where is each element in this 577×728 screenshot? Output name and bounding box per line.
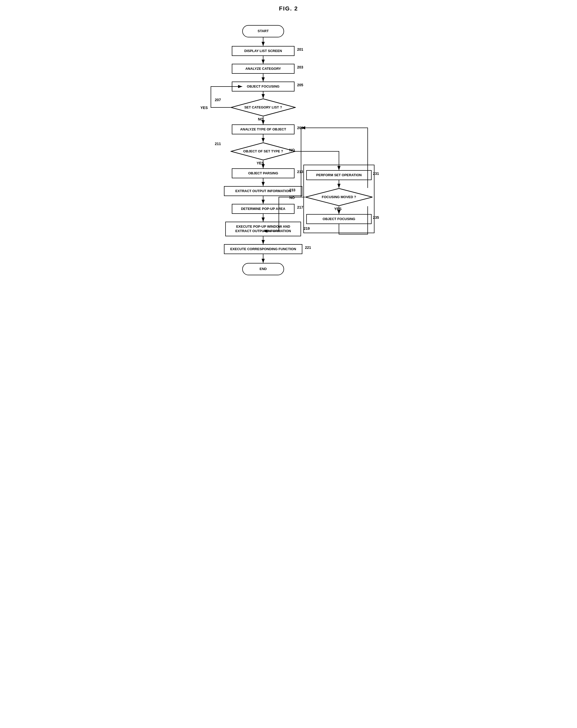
node-211: OBJECT OF SET TYPE ?	[231, 142, 296, 160]
ref-231: 231	[373, 172, 379, 176]
ref-235: 235	[373, 215, 379, 219]
node-233-label: FOCUSING MOVED ?	[322, 195, 356, 200]
yes-211: YES	[257, 161, 264, 165]
node-209-label: ANALYZE TYPE OF OBJECT	[240, 127, 286, 132]
start-label: START	[258, 29, 269, 33]
node-221-label: EXECUTE CORRESPONDING FUNCTION	[230, 247, 296, 252]
arrows-svg	[185, 20, 392, 302]
node-219-label: EXECUTE POP-UP WINDOW AND EXTRACT OUTPUT…	[235, 225, 291, 233]
ref-211: 211	[215, 142, 221, 146]
no-233: NO	[289, 196, 295, 200]
ref-205: 205	[297, 83, 303, 87]
ref-203: 203	[297, 65, 303, 69]
end-label: END	[260, 267, 266, 271]
node-233: FOCUSING MOVED ?	[305, 188, 373, 206]
node-217: DETERMINE POP-UP AREA	[232, 204, 294, 214]
node-203-label: ANALYZE CATEGORY	[245, 67, 281, 71]
no-207: NO	[258, 117, 263, 121]
flowchart: START DISPLAY LIST SCREEN 201 ANALYZE CA…	[185, 20, 392, 302]
ref-221: 221	[305, 245, 311, 250]
page: FIG. 2	[185, 5, 392, 302]
node-235-label: OBJECT FOCUSING	[323, 217, 356, 222]
node-207-label: SET CATEGORY LIST ?	[244, 105, 282, 110]
node-205: OBJECT FOCUSING	[232, 82, 294, 92]
node-219: EXECUTE POP-UP WINDOW AND EXTRACT OUTPUT…	[225, 222, 301, 236]
ref-233: 233	[289, 188, 295, 192]
node-211-label: OBJECT OF SET TYPE ?	[243, 149, 283, 154]
start-node: START	[242, 25, 284, 37]
node-207: SET CATEGORY LIST ?	[231, 98, 296, 116]
node-205-label: OBJECT FOCUSING	[247, 84, 280, 89]
node-209: ANALYZE TYPE OF OBJECT	[232, 124, 294, 134]
ref-217: 217	[297, 205, 303, 209]
node-201-label: DISPLAY LIST SCREEN	[244, 49, 282, 53]
figure-title: FIG. 2	[185, 5, 392, 12]
node-231: PERFORM SET OPERATION	[306, 170, 372, 180]
no-211: NO	[289, 148, 295, 152]
ref-213: 213	[297, 170, 303, 174]
yes-233: YES	[334, 207, 342, 211]
node-215-label: EXTRACT OUTPUT INFORMATION	[235, 189, 291, 193]
node-221: EXECUTE CORRESPONDING FUNCTION	[224, 244, 303, 254]
ref-219: 219	[304, 226, 310, 231]
ref-209: 209	[297, 126, 303, 130]
node-231-label: PERFORM SET OPERATION	[316, 173, 362, 178]
ref-201: 201	[297, 47, 303, 52]
node-201: DISPLAY LIST SCREEN	[232, 46, 294, 56]
end-node: END	[242, 263, 284, 275]
yes-207: YES	[201, 106, 208, 110]
ref-207: 207	[215, 98, 221, 102]
node-217-label: DETERMINE POP-UP AREA	[241, 207, 285, 211]
node-203: ANALYZE CATEGORY	[232, 64, 294, 74]
node-235: OBJECT FOCUSING	[306, 214, 372, 224]
node-213-label: OBJECT PARSING	[248, 171, 278, 176]
node-213: OBJECT PARSING	[232, 168, 294, 178]
